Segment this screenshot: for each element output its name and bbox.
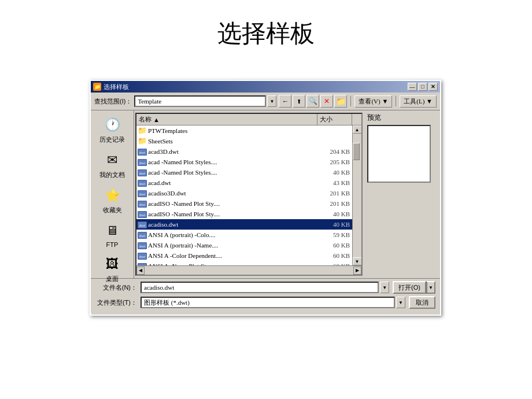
table-row[interactable]: dwt acad -Named Plot Styles.... 205 KB xyxy=(136,157,352,167)
file-list-body[interactable]: 📁 PTWTemplates 📁 SheetSets dwt acad3D.dw… xyxy=(136,125,352,265)
file-size: 40 KB xyxy=(317,221,352,228)
filetype-label: 文件类型(T)： xyxy=(95,298,137,307)
sidebar: 🕐 历史记录 ✉ 我的文档 ⭐ 收藏夹 🖥 FTP 🖼 桌面 xyxy=(91,110,134,278)
cancel-button[interactable]: 取消 xyxy=(409,296,435,309)
filename-label: 文件名(N)： xyxy=(95,283,137,292)
file-size: 40 KB xyxy=(317,210,352,217)
file-name: ANSI A -Color Dependent.... xyxy=(148,252,317,259)
open-button[interactable]: 打开(O) xyxy=(393,281,426,294)
file-icon: dwt xyxy=(136,179,148,187)
preview-area: 预览 xyxy=(365,110,440,278)
file-icon: dwt xyxy=(136,242,148,249)
scroll-down-arrow[interactable]: ▼ xyxy=(353,257,362,265)
table-row[interactable]: dwt acad -Named Plot Styles.... 40 KB xyxy=(136,167,352,178)
ftp-label: FTP xyxy=(106,241,119,248)
table-row[interactable]: dwt ANSI A (portrait) -Name.... 60 KB xyxy=(136,240,352,250)
search-button[interactable]: 🔍 xyxy=(306,95,319,108)
file-size: 43 KB xyxy=(317,179,352,186)
documents-icon: ✉ xyxy=(103,151,121,169)
table-row[interactable]: 📁 PTWTemplates xyxy=(136,125,352,136)
table-row[interactable]: dwt acadISO -Named Plot Sty.... 201 KB xyxy=(136,198,352,209)
sidebar-item-history[interactable]: 🕐 历史记录 xyxy=(94,113,131,147)
horizontal-scrollbar[interactable]: ◀ ▶ xyxy=(136,265,361,275)
table-row[interactable]: dwt acad.dwt 43 KB xyxy=(136,178,352,188)
toolbar-icons: ← ⬆ 🔍 ✕ 📁 xyxy=(279,95,347,108)
open-arrow-button[interactable]: ▼ xyxy=(426,281,435,294)
filename-input-wrapper: acadiso.dwt ▼ xyxy=(141,282,389,293)
scroll-spacer xyxy=(352,114,361,125)
history-label: 历史记录 xyxy=(99,135,125,144)
favorites-label: 收藏夹 xyxy=(103,206,122,215)
title-bar-left: 📁 选择样板 xyxy=(93,83,129,91)
filetype-combo-wrapper: 图形样板 (*.dwt) ▼ xyxy=(141,297,405,308)
sidebar-item-favorites[interactable]: ⭐ 收藏夹 xyxy=(94,183,131,217)
view-button[interactable]: 查看(V) ▼ xyxy=(354,95,392,108)
toolbar-row: 查找范围(I)： Template ▼ ← ⬆ 🔍 ✕ 📁 查看(V) ▼ 工具… xyxy=(91,93,440,110)
open-btn-wrapper: 打开(O) ▼ xyxy=(393,281,435,294)
bottom-bar: 文件名(N)： acadiso.dwt ▼ 打开(O) ▼ 文件类型(T)： 图… xyxy=(91,278,440,313)
table-row[interactable]: dwt ANSI A -Name Plot Sty.... 60 KB xyxy=(136,261,352,265)
table-row[interactable]: dwt acadISO -Named Plot Sty.... 40 KB xyxy=(136,209,352,219)
file-name: acadiso.dwt xyxy=(148,221,317,228)
file-name: ANSI A (portrait) -Colo.... xyxy=(148,231,317,238)
maximize-button[interactable]: □ xyxy=(418,83,427,91)
file-list-header: 名称 ▲ 大小 xyxy=(136,114,361,125)
table-row[interactable]: dwt acadiso3D.dwt 201 KB xyxy=(136,188,352,198)
file-name: PTWTemplates xyxy=(148,127,317,134)
title-bar-buttons: — □ ✕ xyxy=(408,83,438,91)
file-size: 201 KB xyxy=(317,200,352,207)
file-name: acadISO -Named Plot Sty.... xyxy=(148,210,317,217)
file-size: 205 KB xyxy=(317,158,352,165)
sidebar-item-documents[interactable]: ✉ 我的文档 xyxy=(94,148,131,182)
new-folder-button[interactable]: 📁 xyxy=(334,95,347,108)
filename-input[interactable]: acadiso.dwt xyxy=(141,282,379,293)
scroll-up-arrow[interactable]: ▲ xyxy=(353,125,362,134)
scroll-track[interactable] xyxy=(353,134,362,257)
preview-label: 预览 xyxy=(367,113,438,123)
file-icon: dwt xyxy=(136,200,148,208)
col-size-header[interactable]: 大小 xyxy=(317,114,352,125)
file-icon: dwt xyxy=(136,221,148,228)
filetype-combo-arrow[interactable]: ▼ xyxy=(396,297,405,308)
table-row[interactable]: dwt acad3D.dwt 204 KB xyxy=(136,146,352,157)
file-icon: dwt xyxy=(136,169,148,176)
documents-label: 我的文档 xyxy=(99,171,125,179)
filetype-row: 文件类型(T)： 图形样板 (*.dwt) ▼ 取消 xyxy=(95,296,435,309)
title-bar: 📁 选择样板 — □ ✕ xyxy=(91,81,440,93)
vertical-scrollbar[interactable]: ▲ ▼ xyxy=(352,125,361,265)
sidebar-item-ftp[interactable]: 🖥 FTP xyxy=(94,219,131,251)
back-button[interactable]: ← xyxy=(279,95,291,108)
table-row[interactable]: dwt acadiso.dwt 40 KB xyxy=(136,219,352,230)
table-row[interactable]: dwt ANSI A -Color Dependent.... 60 KB xyxy=(136,250,352,261)
delete-button[interactable]: ✕ xyxy=(320,95,333,108)
title-bar-text: 选择样板 xyxy=(104,83,129,91)
file-icon: dwt xyxy=(136,148,148,156)
path-combo-value: Template xyxy=(138,98,161,105)
file-size: 60 KB xyxy=(317,242,352,249)
col-name-header[interactable]: 名称 ▲ xyxy=(136,114,317,125)
minimize-button[interactable]: — xyxy=(408,83,417,91)
tools-button[interactable]: 工具(L) ▼ xyxy=(400,95,437,108)
file-size: 201 KB xyxy=(317,190,352,197)
file-name: acad3D.dwt xyxy=(148,148,317,155)
table-row[interactable]: 📁 SheetSets xyxy=(136,136,352,146)
file-list-area: 名称 ▲ 大小 📁 PTWTemplates 📁 SheetSets xyxy=(135,113,363,276)
look-in-label: 查找范围(I)： xyxy=(94,97,132,106)
path-combo[interactable]: Template xyxy=(134,95,266,107)
table-row[interactable]: dwt ANSI A (portrait) -Colo.... 59 KB xyxy=(136,230,352,240)
path-combo-arrow[interactable]: ▼ xyxy=(267,95,276,107)
file-list-container: 名称 ▲ 大小 📁 PTWTemplates 📁 SheetSets xyxy=(134,112,364,277)
file-icon: dwt xyxy=(136,158,148,166)
close-button[interactable]: ✕ xyxy=(428,83,438,91)
up-button[interactable]: ⬆ xyxy=(293,95,305,108)
scroll-thumb[interactable] xyxy=(353,143,360,160)
scroll-left-arrow[interactable]: ◀ xyxy=(136,267,145,275)
filetype-combo[interactable]: 图形样板 (*.dwt) xyxy=(141,297,395,308)
desktop-icon: 🖼 xyxy=(103,255,121,274)
filename-row: 文件名(N)： acadiso.dwt ▼ 打开(O) ▼ xyxy=(95,281,435,294)
filename-combo-arrow[interactable]: ▼ xyxy=(380,282,389,293)
file-name: acad.dwt xyxy=(148,179,317,186)
ftp-icon: 🖥 xyxy=(103,221,121,240)
scroll-right-arrow[interactable]: ▶ xyxy=(353,267,361,275)
file-list-body-wrapper: 📁 PTWTemplates 📁 SheetSets dwt acad3D.dw… xyxy=(136,125,361,265)
